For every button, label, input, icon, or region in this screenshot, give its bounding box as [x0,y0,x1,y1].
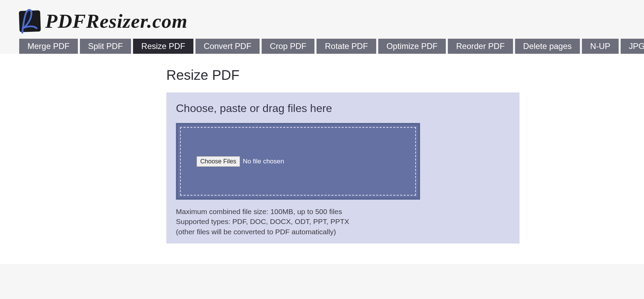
nav-jpg-to-pdf[interactable]: JPG to PDF [621,39,644,54]
brand-name[interactable]: PDFResizer.com [45,10,188,33]
choose-files-button[interactable]: Choose Files [196,156,240,167]
upload-hints: Maximum combined file size: 100MB, up to… [176,207,510,237]
nav-split-pdf[interactable]: Split PDF [80,39,131,54]
file-dropzone[interactable]: Choose Files No file chosen [176,123,420,200]
primary-nav: Merge PDFSplit PDFResize PDFConvert PDFC… [19,39,625,54]
logo-icon[interactable] [19,10,41,32]
page-title: Resize PDF [166,67,520,83]
hint-auto-convert: (other files will be converted to PDF au… [176,227,510,237]
hint-max-size: Maximum combined file size: 100MB, up to… [176,207,510,216]
nav-crop-pdf[interactable]: Crop PDF [262,39,315,54]
nav-n-up[interactable]: N-UP [582,39,619,54]
nav-merge-pdf[interactable]: Merge PDF [19,39,78,54]
nav-reorder-pdf[interactable]: Reorder PDF [448,39,513,54]
nav-convert-pdf[interactable]: Convert PDF [195,39,260,54]
site-header: PDFResizer.com [19,0,625,39]
nav-optimize-pdf[interactable]: Optimize PDF [378,39,446,54]
nav-delete-pages[interactable]: Delete pages [515,39,580,54]
upload-heading: Choose, paste or drag files here [176,102,510,115]
nav-rotate-pdf[interactable]: Rotate PDF [317,39,376,54]
nav-resize-pdf[interactable]: Resize PDF [133,39,193,54]
upload-panel: Choose, paste or drag files here Choose … [166,92,520,244]
hint-supported-types: Supported types: PDF, DOC, DOCX, ODT, PP… [176,216,510,226]
file-status-text: No file chosen [243,158,284,165]
